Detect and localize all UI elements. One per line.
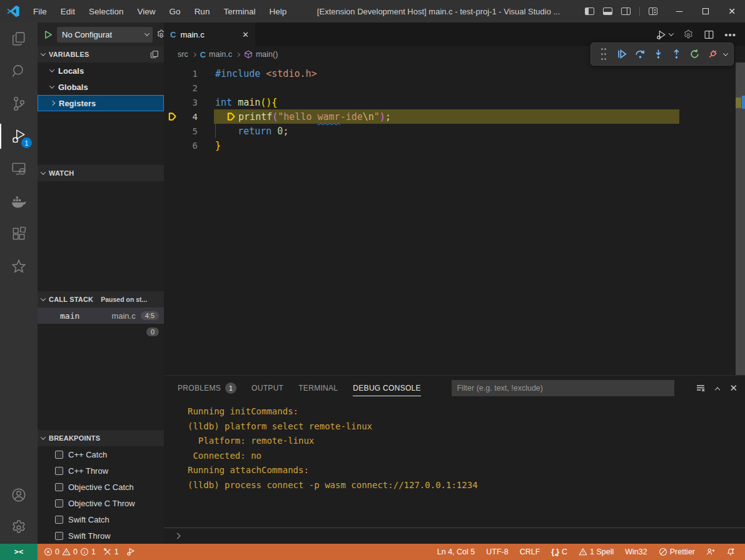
menu-help[interactable]: Help xyxy=(263,4,292,19)
copy-icon[interactable] xyxy=(150,50,159,59)
code-editor[interactable]: 1#include <stdio.h>23int main(){4 printf… xyxy=(164,62,745,375)
cursor-position[interactable]: Ln 4, Col 5 xyxy=(433,548,479,556)
close-panel-icon[interactable]: ✕ xyxy=(729,382,737,394)
disconnect-button[interactable] xyxy=(706,48,719,61)
panel-tab-output[interactable]: OUTPUT xyxy=(251,376,283,401)
activity-account[interactable] xyxy=(0,479,38,511)
code-area[interactable]: 1#include <stdio.h>23int main(){4 printf… xyxy=(164,62,736,375)
stack-frame-row[interactable]: main main.c 4:5 xyxy=(38,308,164,324)
breakpoint-objective-c-catch[interactable]: Objective C Catch xyxy=(38,479,164,495)
checkbox[interactable] xyxy=(55,451,63,459)
breakpoint-swift-throw[interactable]: Swift Throw xyxy=(38,528,164,544)
menu-terminal[interactable]: Terminal xyxy=(218,4,261,19)
step-into-button[interactable] xyxy=(651,48,665,61)
eol-sequence[interactable]: CRLF xyxy=(516,548,544,556)
variables-scope-registers[interactable]: Registers xyxy=(38,95,164,111)
code-line-2[interactable]: 2 xyxy=(164,81,736,95)
split-editor-icon[interactable] xyxy=(704,29,714,40)
breakpoint-c-catch[interactable]: C++ Catch xyxy=(38,446,164,462)
activity-run-debug[interactable]: 1 xyxy=(0,120,38,152)
clear-console-icon[interactable] xyxy=(696,383,706,393)
debug-console-input[interactable] xyxy=(164,528,745,544)
minimize-button[interactable]: ─ xyxy=(666,0,692,22)
encoding[interactable]: UTF-8 xyxy=(482,548,512,556)
notifications-status[interactable] xyxy=(722,548,739,556)
more-actions-icon[interactable]: ••• xyxy=(724,29,736,40)
panel-tab-terminal[interactable]: TERMINAL xyxy=(298,376,338,401)
menu-run[interactable]: Run xyxy=(189,4,216,19)
checkbox[interactable] xyxy=(55,499,63,508)
maximize-panel-icon[interactable] xyxy=(715,388,720,392)
menu-selection[interactable]: Selection xyxy=(83,4,129,19)
code-line-4[interactable]: 4 printf("hello wamr-ide\n"); xyxy=(164,109,736,124)
breakpoints-section-header[interactable]: BREAKPOINTS xyxy=(38,430,164,446)
toggle-panel-icon[interactable] xyxy=(603,8,612,15)
toggle-secondary-sidebar-icon[interactable] xyxy=(621,8,631,15)
remote-indicator[interactable]: >< xyxy=(0,544,38,560)
debug-console-output[interactable]: Running initCommands:(lldb) platform sel… xyxy=(164,401,745,528)
activity-star[interactable] xyxy=(0,250,38,282)
editor-scrollbar[interactable] xyxy=(736,62,745,375)
breakpoint-c-throw[interactable]: C++ Throw xyxy=(38,462,164,479)
step-over-button[interactable] xyxy=(633,48,647,61)
checkbox[interactable] xyxy=(55,467,63,475)
variables-scope-locals[interactable]: Locals xyxy=(38,62,164,79)
breakpoint-swift-catch[interactable]: Swift Catch xyxy=(38,511,164,528)
menu-file[interactable]: File xyxy=(28,4,53,19)
breadcrumb-main-c[interactable]: Cmain.c xyxy=(200,50,232,59)
call-stack-section-header[interactable]: CALL STACK Paused on st... xyxy=(38,291,164,308)
close-button[interactable]: ✕ xyxy=(719,0,745,22)
activity-docker[interactable] xyxy=(0,185,38,218)
tab-main-c[interactable]: C main.c ✕ xyxy=(164,22,255,46)
debug-session-status[interactable] xyxy=(123,548,139,556)
variables-section-header[interactable]: VARIABLES xyxy=(38,46,164,62)
breadcrumb-src[interactable]: src xyxy=(178,50,188,59)
feedback-status[interactable] xyxy=(702,548,719,556)
checkbox[interactable] xyxy=(55,532,63,540)
toggle-sidebar-icon[interactable] xyxy=(585,8,594,15)
formatter-status[interactable]: Prettier xyxy=(655,548,699,556)
menu-go[interactable]: Go xyxy=(164,4,186,19)
restart-button[interactable] xyxy=(687,48,701,61)
panel-tab-debug-console[interactable]: DEBUG CONSOLE xyxy=(353,376,421,401)
console-filter-input[interactable] xyxy=(452,380,674,396)
code-line-5[interactable]: 5 return 0; xyxy=(164,124,736,138)
code-line-1[interactable]: 1#include <stdio.h> xyxy=(164,66,736,81)
checkbox[interactable] xyxy=(55,483,63,491)
debug-config-dropdown[interactable]: No Configurat xyxy=(57,27,153,42)
variables-scope-globals[interactable]: Globals xyxy=(38,79,164,95)
start-debug-icon[interactable] xyxy=(44,30,53,39)
language-mode[interactable]: { } C xyxy=(547,548,571,556)
code-line-3[interactable]: 3int main(){ xyxy=(164,95,736,109)
activity-search[interactable] xyxy=(0,55,38,88)
platform-status[interactable]: Win32 xyxy=(621,548,651,556)
activity-remote-explorer[interactable] xyxy=(0,152,38,185)
close-icon[interactable]: ✕ xyxy=(242,30,249,39)
session-row[interactable]: 0 xyxy=(38,324,164,340)
run-or-debug-button[interactable] xyxy=(656,29,673,40)
debug-current-line-glyph[interactable] xyxy=(164,112,180,121)
open-launch-config-icon[interactable] xyxy=(156,29,164,39)
spell-checker-status[interactable]: 1 Spell xyxy=(575,548,617,556)
customize-layout-icon[interactable] xyxy=(649,8,657,15)
menu-edit[interactable]: Edit xyxy=(55,4,81,19)
activity-settings[interactable] xyxy=(0,511,38,544)
step-out-button[interactable] xyxy=(669,48,683,61)
problems-status[interactable]: 0 0 1 xyxy=(40,548,99,556)
launch-config-gear-icon[interactable] xyxy=(683,29,694,40)
activity-explorer[interactable] xyxy=(0,22,38,55)
checkbox[interactable] xyxy=(55,516,63,524)
watch-section-header[interactable]: WATCH xyxy=(38,165,164,181)
ports-status[interactable]: 1 xyxy=(99,548,123,556)
continue-button[interactable] xyxy=(615,48,629,61)
maximize-button[interactable] xyxy=(692,0,719,22)
code-line-6[interactable]: 6} xyxy=(164,138,736,152)
activity-extensions[interactable] xyxy=(0,218,38,250)
breadcrumb-main-[interactable]: main() xyxy=(244,50,278,59)
menu-view[interactable]: View xyxy=(132,4,161,19)
drag-handle-icon[interactable] xyxy=(597,48,611,61)
breakpoint-objective-c-throw[interactable]: Objective C Throw xyxy=(38,495,164,511)
panel-tab-problems[interactable]: PROBLEMS1 xyxy=(178,376,236,401)
debug-toolbar-chevron-icon[interactable] xyxy=(723,51,728,56)
activity-source-control[interactable] xyxy=(0,88,38,120)
